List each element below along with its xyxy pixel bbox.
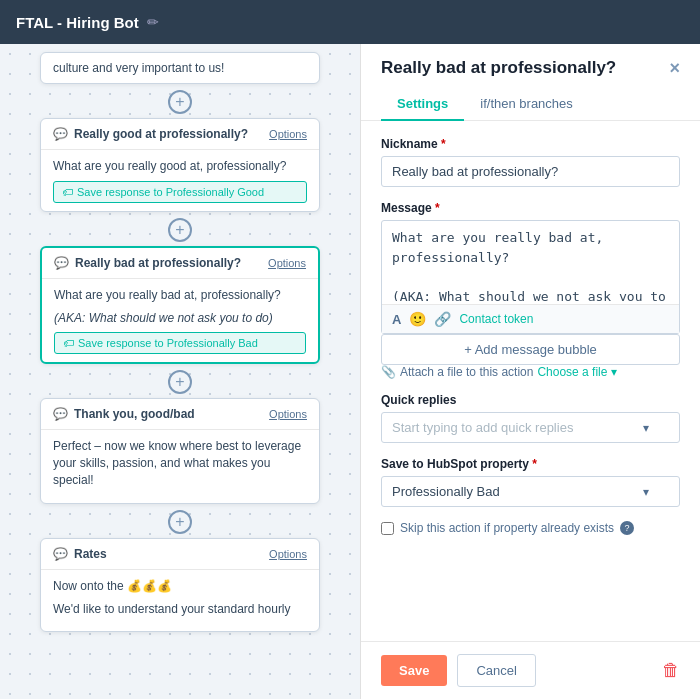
- chat-icon-3: 💬: [53, 407, 68, 421]
- node-text-2b: (AKA: What should we not ask you to do): [54, 310, 306, 327]
- save-property-dropdown[interactable]: Professionally Bad ▾: [381, 476, 680, 507]
- save-property-group: Save to HubSpot property * Professionall…: [381, 457, 680, 507]
- quick-replies-label: Quick replies: [381, 393, 680, 407]
- quick-replies-dropdown[interactable]: Start typing to add quick replies ▾: [381, 412, 680, 443]
- attach-line: 📎 Attach a file to this action Choose a …: [381, 365, 680, 379]
- node-options-1[interactable]: Options: [269, 128, 307, 140]
- node-header-4: 💬 Rates Options: [41, 539, 319, 570]
- node-body-1: What are you really good at, professiona…: [41, 150, 319, 211]
- save-property-label: Save to HubSpot property *: [381, 457, 680, 471]
- settings-panel: Really bad at professionally? × Settings…: [360, 44, 700, 699]
- save-icon-2: 🏷: [63, 337, 74, 349]
- edit-icon[interactable]: ✏: [147, 14, 159, 30]
- nickname-field-group: Nickname *: [381, 137, 680, 187]
- node-header-2: 💬 Really bad at professionally? Options: [42, 248, 318, 279]
- format-bold-btn[interactable]: A: [392, 312, 401, 327]
- plus-button-0[interactable]: +: [168, 90, 192, 114]
- chat-icon-2: 💬: [54, 256, 69, 270]
- quick-replies-placeholder: Start typing to add quick replies: [392, 420, 573, 435]
- tab-settings[interactable]: Settings: [381, 88, 464, 121]
- choose-file-dropdown[interactable]: ▾: [611, 365, 617, 379]
- cut-node-text: culture and very important to us!: [53, 61, 224, 75]
- plus-button-2[interactable]: +: [168, 370, 192, 394]
- cancel-button[interactable]: Cancel: [457, 654, 535, 687]
- node-thank-you: 💬 Thank you, good/bad Options Perfect – …: [40, 398, 320, 503]
- contact-token-btn[interactable]: Contact token: [459, 312, 533, 326]
- help-icon[interactable]: ?: [620, 521, 634, 535]
- message-box: A 🙂 🔗 Contact token: [381, 220, 680, 334]
- chat-icon-1: 💬: [53, 127, 68, 141]
- node-save-tag-2: 🏷 Save response to Professionally Bad: [54, 332, 306, 354]
- tab-ifthen[interactable]: if/then branches: [464, 88, 589, 121]
- message-label: Message *: [381, 201, 680, 215]
- attach-icon: 📎: [381, 365, 396, 379]
- node-options-3[interactable]: Options: [269, 408, 307, 420]
- canvas-area: culture and very important to us! + 💬 Re…: [0, 44, 360, 699]
- chat-icon-4: 💬: [53, 547, 68, 561]
- node-save-tag-1: 🏷 Save response to Professionally Good: [53, 181, 307, 203]
- node-title-4: 💬 Rates: [53, 547, 107, 561]
- message-textarea[interactable]: [382, 221, 679, 301]
- nickname-label: Nickname *: [381, 137, 680, 151]
- link-btn[interactable]: 🔗: [434, 311, 451, 327]
- save-button[interactable]: Save: [381, 655, 447, 686]
- quick-replies-arrow: ▾: [643, 421, 649, 435]
- node-text-2a: What are you really bad at, professional…: [54, 287, 306, 304]
- panel-title-text: Really bad at professionally?: [381, 58, 616, 78]
- node-really-good: 💬 Really good at professionally? Options…: [40, 118, 320, 212]
- node-text-3: Perfect – now we know where best to leve…: [53, 438, 307, 488]
- node-title-2: 💬 Really bad at professionally?: [54, 256, 241, 270]
- skip-action-label: Skip this action if property already exi…: [400, 521, 614, 535]
- node-text-4b: We'd like to understand your standard ho…: [53, 601, 307, 618]
- node-header-3: 💬 Thank you, good/bad Options: [41, 399, 319, 430]
- choose-file-link[interactable]: Choose a file: [537, 365, 607, 379]
- plus-button-3[interactable]: +: [168, 510, 192, 534]
- panel-header: Really bad at professionally? × Settings…: [361, 44, 700, 121]
- node-rates: 💬 Rates Options Now onto the 💰💰💰 We'd li…: [40, 538, 320, 633]
- message-toolbar: A 🙂 🔗 Contact token: [382, 304, 679, 333]
- nickname-input[interactable]: [381, 156, 680, 187]
- save-property-required: *: [532, 457, 537, 471]
- panel-close-button[interactable]: ×: [669, 59, 680, 77]
- node-text-1: What are you really good at, professiona…: [53, 158, 307, 175]
- node-title-1: 💬 Really good at professionally?: [53, 127, 248, 141]
- delete-button[interactable]: 🗑: [662, 660, 680, 681]
- message-field-group: Message * A 🙂 🔗 Contact token + Add mess…: [381, 201, 680, 379]
- main-layout: culture and very important to us! + 💬 Re…: [0, 44, 700, 699]
- plus-button-1[interactable]: +: [168, 218, 192, 242]
- node-body-4: Now onto the 💰💰💰 We'd like to understand…: [41, 570, 319, 632]
- node-body-2: What are you really bad at, professional…: [42, 279, 318, 363]
- skip-action-checkbox[interactable]: [381, 522, 394, 535]
- node-header-1: 💬 Really good at professionally? Options: [41, 119, 319, 150]
- panel-tabs: Settings if/then branches: [381, 88, 680, 120]
- node-really-bad[interactable]: 💬 Really bad at professionally? Options …: [40, 246, 320, 365]
- save-icon-1: 🏷: [62, 186, 73, 198]
- panel-footer: Save Cancel 🗑: [361, 641, 700, 699]
- save-property-arrow: ▾: [643, 485, 649, 499]
- save-property-value: Professionally Bad: [392, 484, 500, 499]
- node-body-3: Perfect – now we know where best to leve…: [41, 430, 319, 502]
- node-title-3: 💬 Thank you, good/bad: [53, 407, 195, 421]
- add-bubble-button[interactable]: + Add message bubble: [381, 334, 680, 365]
- skip-action-line: Skip this action if property already exi…: [381, 521, 680, 535]
- panel-title-row: Really bad at professionally? ×: [381, 58, 680, 78]
- node-text-4a: Now onto the 💰💰💰: [53, 578, 307, 595]
- top-bar: FTAL - Hiring Bot ✏: [0, 0, 700, 44]
- node-options-2[interactable]: Options: [268, 257, 306, 269]
- nickname-required: *: [441, 137, 446, 151]
- cut-node: culture and very important to us!: [40, 52, 320, 84]
- message-required: *: [435, 201, 440, 215]
- quick-replies-group: Quick replies Start typing to add quick …: [381, 393, 680, 443]
- emoji-btn[interactable]: 🙂: [409, 311, 426, 327]
- panel-body: Nickname * Message * A 🙂 🔗 Co: [361, 121, 700, 641]
- app-title: FTAL - Hiring Bot: [16, 14, 139, 31]
- node-options-4[interactable]: Options: [269, 548, 307, 560]
